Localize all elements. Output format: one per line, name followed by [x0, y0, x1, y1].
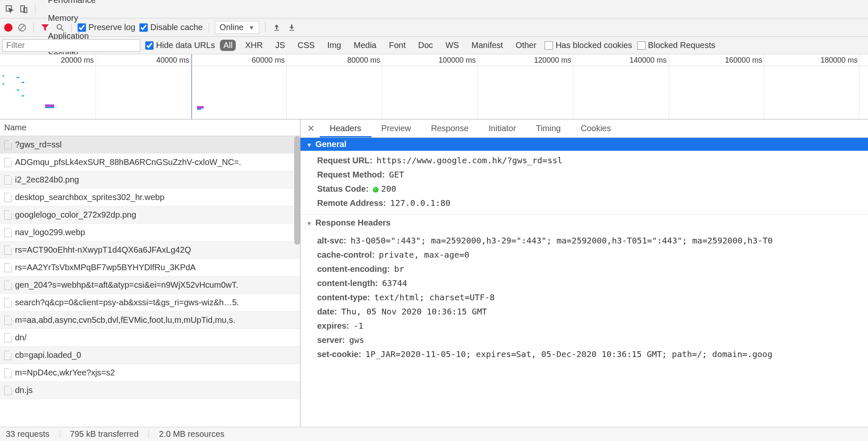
record-button[interactable] — [4, 23, 13, 32]
header-kv-row: alt-svc:h3-Q050=":443"; ma=2592000,h3-29… — [317, 233, 868, 248]
kv-key: Status Code: — [317, 184, 368, 194]
svg-point-5 — [57, 24, 62, 29]
clear-button[interactable] — [17, 22, 28, 33]
request-row[interactable]: m=aa,abd,async,cvn5cb,dvl,fEVMic,foot,lu… — [0, 312, 300, 329]
separator — [209, 23, 209, 33]
kv-key: content-type: — [317, 293, 370, 302]
detail-tab-timing[interactable]: Timing — [526, 119, 570, 137]
hide-data-urls-label: Hide data URLs — [156, 41, 215, 50]
throttling-dropdown[interactable]: Online ▼ — [215, 21, 259, 34]
file-icon — [4, 316, 12, 325]
request-row[interactable]: rs=AA2YrTsVbxMPqBF7wp5BYHYDlfRu_3KPdA — [0, 259, 300, 276]
kv-value: -1 — [353, 321, 363, 331]
has-blocked-cookies-label: Has blocked cookies — [555, 41, 632, 50]
timeline-tick: 100000 ms — [439, 56, 477, 65]
status-transferred: 795 kB transferred — [70, 429, 139, 439]
blocked-requests-label: Blocked Requests — [648, 41, 715, 50]
network-status-bar: 33 requests 795 kB transferred 2.0 MB re… — [0, 427, 868, 441]
detail-tab-response[interactable]: Response — [421, 119, 479, 137]
filter-type-media[interactable]: Media — [350, 40, 379, 51]
request-row[interactable]: m=NpD4ec,wkrYee?xjs=s2 — [0, 364, 300, 382]
preserve-log-checkbox[interactable]: Preserve log — [78, 23, 135, 32]
request-row[interactable]: cb=gapi.loaded_0 — [0, 347, 300, 364]
has-blocked-cookies-checkbox[interactable]: Has blocked cookies — [545, 41, 632, 50]
filter-type-css[interactable]: CSS — [294, 40, 318, 51]
blocked-requests-checkbox[interactable]: Blocked Requests — [637, 41, 715, 50]
filter-type-other[interactable]: Other — [512, 40, 540, 51]
request-row[interactable]: googlelogo_color_272x92dp.png — [0, 206, 300, 224]
tab-performance[interactable]: Performance — [40, 0, 105, 9]
request-row[interactable]: nav_logo299.webp — [0, 224, 300, 241]
response-headers-section-header[interactable]: Response Headers — [300, 214, 868, 231]
detail-tab-headers[interactable]: Headers — [320, 119, 371, 137]
timeline-tick: 160000 ms — [725, 56, 764, 65]
separator — [149, 430, 149, 438]
requests-column-header[interactable]: Name — [0, 119, 300, 136]
file-icon — [4, 298, 12, 307]
network-overview-timeline[interactable]: 20000 ms40000 ms60000 ms80000 ms100000 m… — [0, 54, 868, 119]
request-name: rs=AA2YrTsVbxMPqBF7wp5BYHYDlfRu_3KPdA — [15, 263, 196, 272]
filter-type-img[interactable]: Img — [324, 40, 344, 51]
svg-rect-8 — [289, 30, 294, 30]
timeline-tick: 140000 ms — [630, 56, 669, 65]
request-row[interactable]: ADGmqu_pfsLk4exSUR_88hBA6RCnGSuZzhV-cxlo… — [0, 154, 300, 171]
device-toolbar-icon[interactable] — [17, 2, 31, 16]
devtools-tab-bar: ElementsConsoleSourcesNetworkPerformance… — [0, 0, 868, 18]
disclosure-triangle-icon — [306, 139, 312, 149]
request-row[interactable]: i2_2ec824b0.png — [0, 171, 300, 189]
request-name: nav_logo299.webp — [15, 228, 85, 237]
filter-input[interactable] — [3, 39, 140, 52]
close-details-button[interactable]: ✕ — [305, 123, 320, 134]
column-name-label: Name — [4, 123, 26, 132]
response-headers-section-body: alt-svc:h3-Q050=":443"; ma=2592000,h3-29… — [300, 231, 868, 365]
request-name: cb=gapi.loaded_0 — [15, 350, 81, 360]
request-row[interactable]: desktop_searchbox_sprites302_hr.webp — [0, 189, 300, 206]
export-har-icon[interactable] — [286, 22, 297, 33]
request-row[interactable]: ?gws_rd=ssl — [0, 136, 300, 154]
filter-type-ws[interactable]: WS — [442, 40, 462, 51]
request-row[interactable]: rs=ACT90oEhht-nXwypT1d4QX6a6JFAxLg42Q — [0, 241, 300, 259]
filter-type-font[interactable]: Font — [386, 40, 409, 51]
request-row[interactable]: dn/ — [0, 329, 300, 347]
detail-tab-preview[interactable]: Preview — [371, 119, 421, 137]
inspect-element-icon[interactable] — [3, 2, 17, 16]
file-icon — [4, 210, 12, 220]
search-icon[interactable] — [55, 22, 66, 33]
checkbox-icon — [545, 41, 553, 50]
kv-key: Remote Address: — [317, 198, 386, 208]
scrollbar-thumb[interactable] — [294, 136, 300, 245]
detail-tab-cookies[interactable]: Cookies — [571, 119, 621, 137]
kv-value: gws — [349, 335, 364, 345]
disable-cache-checkbox[interactable]: Disable cache — [139, 23, 203, 32]
request-row[interactable]: gen_204?s=webhp&t=aft&atyp=csi&ei=n9WjX5… — [0, 276, 300, 294]
filter-type-js[interactable]: JS — [272, 40, 288, 51]
detail-tab-initiator[interactable]: Initiator — [479, 119, 526, 137]
file-icon — [4, 175, 12, 185]
kv-key: alt-svc: — [317, 236, 346, 246]
kv-key: date: — [317, 307, 337, 317]
filter-type-all[interactable]: All — [220, 40, 236, 51]
hide-data-urls-checkbox[interactable]: Hide data URLs — [145, 41, 215, 50]
timeline-tick: 80000 ms — [347, 56, 382, 65]
request-name: m=aa,abd,async,cvn5cb,dvl,fEVMic,foot,lu… — [15, 315, 235, 325]
filter-type-doc[interactable]: Doc — [415, 40, 437, 51]
request-row[interactable]: search?q&cp=0&client=psy-ab&xssi=t&gs_ri… — [0, 294, 300, 312]
header-kv-row: Request Method:GET — [317, 167, 868, 182]
filter-icon[interactable] — [40, 22, 50, 33]
filter-type-manifest[interactable]: Manifest — [468, 40, 507, 51]
detail-tab-bar: ✕ HeadersPreviewResponseInitiatorTimingC… — [300, 119, 868, 138]
svg-line-6 — [61, 28, 64, 31]
svg-rect-7 — [274, 30, 279, 30]
file-icon — [4, 140, 12, 150]
import-har-icon[interactable] — [271, 22, 282, 33]
timeline-tick: 20000 ms — [61, 56, 96, 65]
filter-type-xhr[interactable]: XHR — [242, 40, 266, 51]
network-toolbar: Preserve log Disable cache Online ▼ — [0, 18, 868, 37]
request-name: rs=ACT90oEhht-nXwypT1d4QX6a6JFAxLg42Q — [15, 245, 191, 255]
request-row[interactable]: dn.js — [0, 382, 300, 399]
header-kv-row: Status Code:200 — [317, 182, 868, 196]
kv-key: content-length: — [317, 279, 378, 288]
header-kv-row: set-cookie:1P_JAR=2020-11-05-10; expires… — [317, 347, 868, 361]
checkbox-icon — [637, 41, 646, 50]
general-section-header[interactable]: General — [300, 138, 868, 151]
